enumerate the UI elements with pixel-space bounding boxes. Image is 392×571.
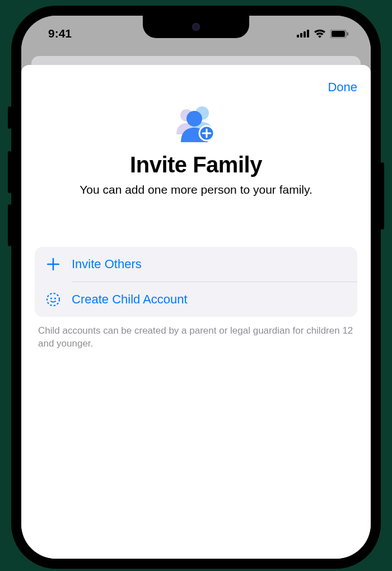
notch <box>143 16 249 38</box>
hero-section: Invite Family You can add one more perso… <box>35 105 357 196</box>
mute-switch <box>8 106 11 129</box>
svg-rect-1 <box>300 33 302 38</box>
phone-frame: 9:41 Done <box>11 6 381 569</box>
svg-rect-3 <box>307 30 309 38</box>
invite-family-sheet: Done <box>21 65 371 559</box>
options-list: Invite Others Create Child Account <box>35 247 357 317</box>
svg-rect-5 <box>332 31 345 37</box>
status-icons <box>297 29 348 38</box>
footnote: Child accounts can be created by a paren… <box>35 325 357 350</box>
invite-others-label: Invite Others <box>72 257 142 272</box>
power-button <box>381 162 384 230</box>
create-child-label: Create Child Account <box>72 292 188 307</box>
done-button[interactable]: Done <box>328 80 357 95</box>
cellular-signal-icon <box>297 30 309 38</box>
invite-others-row[interactable]: Invite Others <box>35 247 357 282</box>
plus-icon <box>46 257 60 272</box>
svg-point-13 <box>54 297 56 299</box>
volume-up-button <box>8 151 11 193</box>
svg-point-11 <box>47 293 59 306</box>
front-camera <box>192 23 200 31</box>
svg-point-9 <box>186 111 202 127</box>
page-subtitle: You can add one more person to your fami… <box>35 183 357 196</box>
status-time: 9:41 <box>48 27 72 40</box>
phone-screen: 9:41 Done <box>21 16 371 559</box>
svg-rect-0 <box>297 35 299 38</box>
svg-rect-6 <box>347 32 349 35</box>
child-face-icon <box>46 292 60 307</box>
wifi-icon <box>314 29 326 38</box>
battery-icon <box>330 30 348 38</box>
volume-down-button <box>8 204 11 246</box>
sheet-header: Done <box>35 76 357 99</box>
svg-point-12 <box>50 297 52 299</box>
svg-rect-2 <box>304 31 306 38</box>
family-add-icon <box>171 105 221 144</box>
page-title: Invite Family <box>35 152 357 177</box>
create-child-row[interactable]: Create Child Account <box>35 282 357 317</box>
